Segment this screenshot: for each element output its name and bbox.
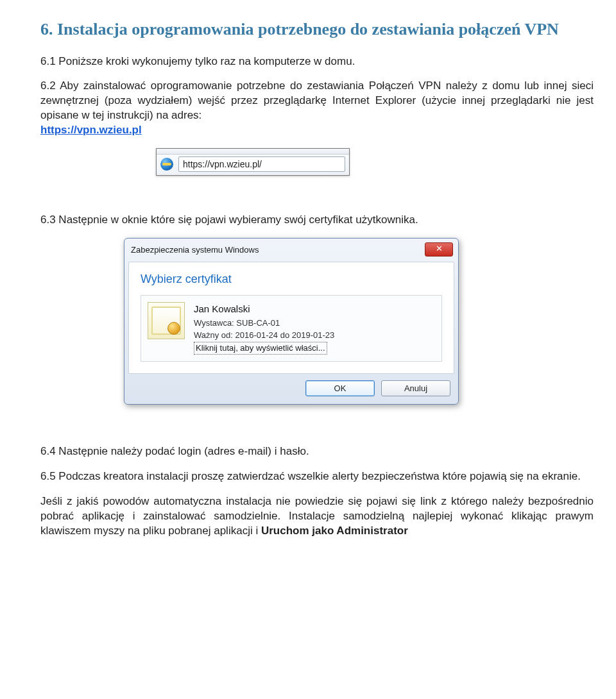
step-6-2: 6.2 Aby zainstalować oprogramowanie potr…	[40, 79, 594, 138]
step-6-5-a: 6.5 Podczas kreatora instalacji proszę z…	[40, 469, 594, 484]
cert-details-text: Kliknij tutaj, aby wyświetlić właści...	[194, 342, 327, 355]
seal-icon	[167, 322, 180, 335]
windows-security-dialog: Zabezpieczenia systemu Windows ✕ Wybierz…	[124, 238, 459, 405]
close-glyph: ✕	[436, 244, 443, 253]
step-6-2-text: 6.2 Aby zainstalować oprogramowanie potr…	[40, 80, 594, 121]
section-title-text: Instalacja oprogramowania potrzebnego do…	[57, 20, 559, 38]
ok-button[interactable]: OK	[305, 380, 375, 396]
cancel-label: Anuluj	[404, 383, 427, 393]
ok-label: OK	[334, 383, 346, 393]
run-as-admin: Uruchom jako Administrator	[261, 525, 408, 537]
section-heading: 6. Instalacja oprogramowania potrzebnego…	[22, 19, 594, 40]
dialog-title: Zabezpieczenia systemu Windows	[131, 245, 259, 255]
address-field[interactable]: https://vpn.wzieu.pl/	[178, 156, 345, 172]
dialog-heading: Wybierz certyfikat	[141, 273, 442, 286]
close-icon[interactable]: ✕	[425, 242, 453, 257]
ie-icon	[160, 158, 173, 171]
certificate-icon	[148, 302, 185, 339]
cancel-button[interactable]: Anuluj	[381, 380, 450, 396]
address-url: https://vpn.wzieu.pl/	[183, 159, 262, 169]
window-chrome-strip	[157, 149, 349, 155]
step-6-5-b: Jeśli z jakiś powodów automatyczna insta…	[40, 494, 594, 539]
certificate-item[interactable]: Jan Kowalski Wystawca: SUB-CA-01 Ważny o…	[141, 295, 442, 362]
cert-validity: Ważny od: 2016-01-24 do 2019-01-23	[194, 330, 334, 342]
step-6-3: 6.3 Następnie w oknie które się pojawi w…	[40, 213, 594, 228]
cert-details-link[interactable]: Kliknij tutaj, aby wyświetlić właści...	[194, 342, 334, 355]
vpn-link[interactable]: https://vpn.wzieu.pl	[40, 124, 142, 136]
step-6-4: 6.4 Następnie należy podać login (adres …	[40, 444, 594, 459]
cert-issuer: Wystawca: SUB-CA-01	[194, 317, 334, 330]
section-number: 6.	[40, 20, 53, 38]
cert-name: Jan Kowalski	[194, 302, 334, 316]
addressbar-screenshot: https://vpn.wzieu.pl/	[156, 148, 350, 176]
step-6-1: 6.1 Poniższe kroki wykonujemy tylko raz …	[40, 55, 594, 69]
